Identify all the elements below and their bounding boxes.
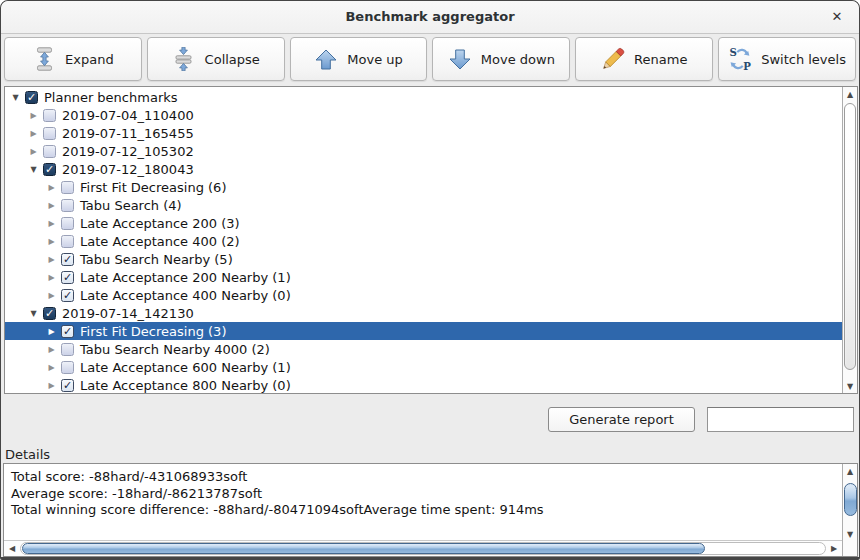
tree-toggle-icon[interactable]: ▶ <box>26 129 41 138</box>
tree-checkbox[interactable]: ✓ <box>61 325 74 338</box>
tree-toggle-icon[interactable]: ▼ <box>8 93 23 102</box>
tree-toggle-icon[interactable]: ▶ <box>26 111 41 120</box>
tree-checkbox[interactable] <box>61 343 74 356</box>
toolbar-button-expand[interactable]: Expand <box>4 37 142 81</box>
tree-toggle-icon[interactable]: ▶ <box>44 345 59 354</box>
tree-toggle-icon[interactable]: ▶ <box>44 291 59 300</box>
move-down-icon <box>448 47 472 71</box>
scroll-down-icon[interactable]: ▼ <box>843 379 857 393</box>
tree-row[interactable]: ▼ ✓ 2019-07-12_180043 <box>5 160 842 178</box>
tree-checkbox[interactable] <box>61 217 74 230</box>
tree-toggle-icon[interactable]: ▶ <box>44 363 59 372</box>
tree-row[interactable]: ▶ Late Acceptance 400 (2) <box>5 232 842 250</box>
tree-toggle-icon[interactable]: ▶ <box>44 237 59 246</box>
scroll-left-icon[interactable]: ◀ <box>4 541 20 556</box>
tree-row[interactable]: ▶ Late Acceptance 600 Nearby (1) <box>5 358 842 376</box>
tree-row[interactable]: ▶ 2019-07-12_105302 <box>5 142 842 160</box>
tree-row-label: 2019-07-12_105302 <box>62 144 194 159</box>
scroll-down-icon[interactable]: ▼ <box>843 527 857 541</box>
tree-row-label: 2019-07-12_180043 <box>62 162 194 177</box>
tree-checkbox[interactable]: ✓ <box>61 253 74 266</box>
benchmark-tree-panel: ▼ ✓ Planner benchmarks ▶ 2019-07-04_1104… <box>4 86 858 394</box>
tree-row-label: Late Acceptance 200 (3) <box>80 216 240 231</box>
tree-checkbox[interactable]: ✓ <box>43 163 56 176</box>
details-hscroll-thumb[interactable] <box>22 543 705 554</box>
toolbar-button-collapse[interactable]: Collapse <box>147 37 285 81</box>
tree-row[interactable]: ▶ Late Acceptance 200 (3) <box>5 214 842 232</box>
tree-row[interactable]: ▼ ✓ 2019-07-14_142130 <box>5 304 842 322</box>
tree-row-label: Late Acceptance 200 Nearby (1) <box>80 270 291 285</box>
tree-checkbox[interactable]: ✓ <box>43 307 56 320</box>
tree-row[interactable]: ▶ Tabu Search Nearby 4000 (2) <box>5 340 842 358</box>
toolbar-button-rename[interactable]: Rename <box>575 37 713 81</box>
tree-row-label: Tabu Search (4) <box>80 198 182 213</box>
tree-vertical-scrollbar[interactable]: ▲ ▼ <box>842 87 857 393</box>
details-vscroll-track[interactable] <box>843 478 857 527</box>
tree-checkbox[interactable] <box>61 199 74 212</box>
tree-row[interactable]: ▶ ✓ Late Acceptance 800 Nearby (0) <box>5 376 842 393</box>
collapse-icon <box>172 47 196 71</box>
tree-row-label: 2019-07-04_110400 <box>62 108 194 123</box>
tree-toggle-icon[interactable]: ▶ <box>44 327 59 336</box>
toolbar-button-move-up[interactable]: Move up <box>290 37 428 81</box>
tree-row[interactable]: ▶ 2019-07-04_110400 <box>5 106 842 124</box>
details-line: Total winning score difference: -88hard/… <box>11 502 842 519</box>
move-up-icon <box>314 47 338 71</box>
tree-toggle-icon[interactable]: ▶ <box>44 381 59 390</box>
svg-text:P: P <box>743 60 751 72</box>
tree-toggle-icon[interactable]: ▶ <box>44 201 59 210</box>
tree-toggle-icon[interactable]: ▶ <box>44 219 59 228</box>
tree-toggle-icon[interactable]: ▶ <box>44 255 59 264</box>
tree-scroll-thumb[interactable] <box>844 103 856 370</box>
tree-row[interactable]: ▼ ✓ Planner benchmarks <box>5 88 842 106</box>
tree-checkbox[interactable] <box>61 361 74 374</box>
tree-row-label: 2019-07-11_165455 <box>62 126 194 141</box>
tree-row[interactable]: ▶ ✓ Late Acceptance 400 Nearby (0) <box>5 286 842 304</box>
report-name-field[interactable] <box>707 407 854 432</box>
tree-toggle-icon[interactable]: ▶ <box>44 273 59 282</box>
tree-checkbox[interactable] <box>43 145 56 158</box>
tree-row[interactable]: ▶ ✓ Late Acceptance 200 Nearby (1) <box>5 268 842 286</box>
details-label: Details <box>5 447 50 462</box>
tree-row[interactable]: ▶ First Fit Decreasing (6) <box>5 178 842 196</box>
tree-toggle-icon[interactable]: ▶ <box>26 147 41 156</box>
tree-toggle-icon[interactable]: ▼ <box>26 165 41 174</box>
tree-row[interactable]: ▶ 2019-07-11_165455 <box>5 124 842 142</box>
tree-checkbox[interactable]: ✓ <box>61 289 74 302</box>
details-horizontal-scrollbar[interactable]: ◀ ▶ <box>4 540 842 556</box>
tree-row-label: Tabu Search Nearby (5) <box>80 252 233 267</box>
toolbar: Expand Collapse Move up Move down Rename… <box>1 35 859 85</box>
expand-icon <box>32 47 56 71</box>
tree-toggle-icon[interactable]: ▶ <box>44 183 59 192</box>
generate-report-button[interactable]: Generate report <box>548 407 695 432</box>
scroll-up-icon[interactable]: ▲ <box>843 464 857 478</box>
details-content: Total score: -88hard/-431068933softAvera… <box>4 464 842 540</box>
tree-row-label: Late Acceptance 800 Nearby (0) <box>80 378 291 393</box>
tree-row-label: Late Acceptance 400 Nearby (0) <box>80 288 291 303</box>
tree-row[interactable]: ▶ Tabu Search (4) <box>5 196 842 214</box>
toolbar-button-switch-levels[interactable]: S P Switch levels <box>718 37 856 81</box>
tree-checkbox[interactable] <box>61 235 74 248</box>
tree-row-label: First Fit Decreasing (3) <box>80 324 226 339</box>
tree-checkbox[interactable]: ✓ <box>61 271 74 284</box>
tree-checkbox[interactable] <box>61 181 74 194</box>
details-line: Average score: -18hard/-86213787soft <box>11 486 842 503</box>
tree-toggle-icon[interactable]: ▼ <box>26 309 41 318</box>
tree-checkbox[interactable] <box>43 127 56 140</box>
scroll-up-icon[interactable]: ▲ <box>843 87 857 101</box>
toolbar-button-move-down[interactable]: Move down <box>432 37 570 81</box>
tree-scroll-track[interactable] <box>843 101 857 379</box>
details-vertical-scrollbar[interactable]: ▲ ▼ <box>842 464 857 556</box>
tree-checkbox[interactable]: ✓ <box>25 91 38 104</box>
tree-checkbox[interactable] <box>43 109 56 122</box>
benchmark-aggregator-window: Benchmark aggregator ✕ Expand Collapse M… <box>0 0 860 560</box>
details-vscroll-thumb[interactable] <box>844 483 857 516</box>
details-hscroll-track[interactable] <box>20 542 826 555</box>
tree-row-label: Planner benchmarks <box>44 90 178 105</box>
tree-rows: ▼ ✓ Planner benchmarks ▶ 2019-07-04_1104… <box>5 87 842 393</box>
tree-row[interactable]: ▶ ✓ Tabu Search Nearby (5) <box>5 250 842 268</box>
tree-checkbox[interactable]: ✓ <box>61 379 74 392</box>
tree-row[interactable]: ▶ ✓ First Fit Decreasing (3) <box>5 322 842 340</box>
scroll-right-icon[interactable]: ▶ <box>826 541 842 556</box>
close-icon[interactable]: ✕ <box>828 8 846 26</box>
